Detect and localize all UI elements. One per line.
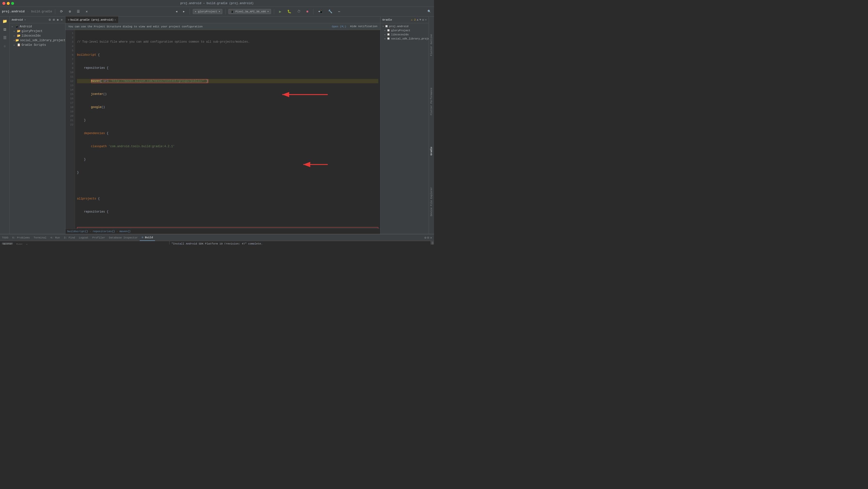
line-numbers: 1 2 3 4 5 6 7 8 9 10 11 12 13 14 — [65, 30, 75, 229]
toolbar-button-settings[interactable]: ⚙ — [67, 9, 73, 14]
toolbar-sdk-button[interactable]: 🔧 — [326, 9, 334, 14]
code-editor[interactable]: 1 2 3 4 5 6 7 8 9 10 11 12 13 14 — [65, 30, 380, 229]
tab-database-label: Database Inspector — [109, 236, 138, 239]
build-close-icon[interactable]: ✕ — [430, 236, 432, 240]
tree-item-gloryproject[interactable]: ▸ 📂 gloryProject — [10, 29, 65, 33]
right-tab-flutter-outline[interactable]: Flutter Outline — [430, 32, 433, 58]
favorites-icon[interactable]: ☆ — [1, 42, 9, 50]
tab-find[interactable]: 3: Find — [62, 234, 77, 241]
tab-find-label: 3: Find — [64, 236, 75, 239]
project-settings-icon[interactable]: ⚙ — [48, 17, 51, 22]
build-settings-icon[interactable]: ⚙ — [425, 236, 427, 240]
tab-close-button[interactable]: ✕ — [115, 19, 116, 21]
gradle-settings-icon[interactable]: ⚙ — [422, 18, 424, 22]
tab-terminal[interactable]: Terminal — [32, 234, 49, 241]
tree-item-android[interactable]: ▸ 📱 Android — [10, 24, 65, 29]
project-dropdown[interactable]: ▸ gloryProject ▾ — [193, 9, 222, 14]
gradle-item-gloryproject[interactable]: ▸ 🔲 gloryProject — [380, 28, 429, 32]
tree-item-gradle-label: Gradle Scripts — [22, 43, 46, 47]
tree-item-social-sdk[interactable]: ▸ 📂 social_sdk_library_project — [10, 38, 65, 43]
project-layout-icon[interactable]: ⊞ — [52, 17, 55, 22]
tab-run[interactable]: 4: Run — [49, 234, 62, 241]
profile-button[interactable]: ⏱ — [295, 9, 303, 14]
close-button[interactable] — [2, 2, 5, 5]
toolbar-sep-4 — [225, 9, 225, 14]
toolbar-forward-button[interactable]: ▶ — [181, 9, 187, 14]
gradle-up-arrow[interactable]: ▲ — [417, 18, 418, 22]
hide-notification-link[interactable]: Hide notification — [350, 25, 377, 28]
right-tab-flutter-perf[interactable]: Flutter Performance — [430, 86, 433, 117]
tree-item-libcocos2dx[interactable]: ▸ 📂 libcocos2dx — [10, 33, 65, 38]
tab-build[interactable]: ⚙ Build — [140, 234, 155, 241]
gradle-panel: Gradle ⚠ 2 ▲ ▼ ⚙ ✕ ▾ 🔲 proj.android ▸ 🔲 — [380, 17, 429, 234]
right-side-tab-strip: Flutter Outline Flutter Performance Grad… — [429, 17, 434, 234]
title-bar: proj.android – build.gradle (proj.androi… — [0, 0, 434, 7]
tab-todo[interactable]: TODO — [0, 234, 10, 241]
search-button[interactable]: 🔍 — [426, 9, 432, 14]
right-tab-device-file[interactable]: Device File Explorer — [430, 185, 433, 218]
device-dropdown[interactable]: 📱 Pixel_3a_API_30_x86 ▾ — [228, 9, 271, 14]
sync-close-icon[interactable]: ✕ — [26, 243, 27, 244]
tab-logcat[interactable]: Logcat — [77, 234, 91, 241]
toolbar-sep-6 — [313, 9, 313, 14]
gradle-item-libcocos[interactable]: ▸ 🔲 libcocos2dx — [380, 32, 429, 37]
scrollbar-thumb[interactable] — [432, 241, 434, 244]
gradle-panel-title: Gradle — [382, 19, 392, 21]
breadcrumb-item-3[interactable]: maven{} — [119, 230, 130, 233]
breadcrumb-bar: buildscript{} › repositories{} › maven{} — [65, 229, 380, 234]
tab-label: build.gradle (proj.android) — [70, 19, 114, 21]
toolbar-back-button[interactable]: ◀ — [174, 9, 179, 14]
window-title: proj.android – build.gradle (proj.androi… — [180, 2, 254, 5]
toolbar-button-sync[interactable]: ⟳ — [58, 9, 65, 14]
toolbar-avd-button[interactable]: 📲 — [316, 9, 324, 14]
gradle-libcocos-label: libcocos2dx — [391, 33, 409, 36]
debug-button[interactable]: 🐛 — [285, 9, 293, 14]
gradle-tree: ▾ 🔲 proj.android ▸ 🔲 gloryProject ▸ 🔲 li… — [380, 23, 429, 234]
structure-icon[interactable]: ☰ — [1, 34, 9, 42]
traffic-lights — [2, 2, 14, 5]
project-toolbar: ⚙ ⊞ ✱ ✕ — [48, 17, 63, 22]
editor-tabs: ⚙ build.gradle (proj.android) ✕ — [65, 17, 380, 23]
sync-tab-label[interactable]: Sync — [15, 242, 24, 244]
device-label: Pixel_3a_API_30_x86 — [236, 10, 266, 13]
gradle-item-social[interactable]: ▸ 🔲 social_sdk_library_project — [380, 37, 429, 41]
tree-item-gradle-scripts[interactable]: ▸ 📋 Gradle Scripts — [10, 43, 65, 47]
editor-area: ⚙ build.gradle (proj.android) ✕ You can … — [65, 17, 380, 234]
toolbar-button-menu[interactable]: ☰ — [75, 9, 82, 14]
gradle-close-icon[interactable]: ✕ — [425, 18, 427, 22]
tab-profiler[interactable]: Profiler — [90, 234, 107, 241]
breadcrumb-item-2[interactable]: repositories{} — [93, 230, 115, 233]
right-scrollbar-strip — [431, 241, 434, 244]
minimize-button[interactable] — [7, 2, 10, 5]
project-icon[interactable]: 📁 — [1, 18, 9, 25]
build-layout-icon[interactable]: ⊟ — [427, 236, 429, 240]
project-dropdown-arrow: ▾ — [219, 10, 220, 13]
toolbar-button-close[interactable]: ✕ — [84, 9, 90, 14]
project-close-icon[interactable]: ✕ — [60, 17, 63, 22]
build-tab-label[interactable]: Build — [2, 242, 13, 244]
tab-problems-label: 6: Problems — [12, 236, 30, 239]
project-panel-header: Android ▾ ⚙ ⊞ ✱ ✕ — [10, 17, 65, 23]
maximize-button[interactable] — [11, 2, 14, 5]
right-tab-gradle[interactable]: Gradle — [430, 145, 433, 157]
main-content-area: 📁 🖼 ☰ ☆ Android ▾ ⚙ ⊞ ✱ ✕ ▸ — [0, 17, 434, 244]
run-button[interactable]: ▶ — [277, 8, 283, 15]
tab-database-inspector[interactable]: Database Inspector — [107, 234, 140, 241]
editor-tab-build-gradle[interactable]: ⚙ build.gradle (proj.android) ✕ — [65, 17, 119, 23]
main-layout: 📁 🖼 ☰ ☆ Android ▾ ⚙ ⊞ ✱ ✕ ▸ — [0, 17, 434, 234]
breadcrumb-item-1[interactable]: buildscript{} — [67, 230, 88, 233]
stop-button[interactable]: ■ — [304, 9, 310, 14]
project-panel-title: Android ▾ — [11, 19, 26, 21]
toolbar-separator-1: › — [27, 10, 29, 13]
project-gear-icon[interactable]: ✱ — [56, 17, 59, 22]
open-link[interactable]: Open (⌘;) — [332, 25, 346, 28]
gradle-glory-label: gloryProject — [391, 29, 410, 32]
resource-manager-icon[interactable]: 🖼 — [1, 26, 9, 33]
gradle-item-projandroid[interactable]: ▾ 🔲 proj.android — [380, 24, 429, 28]
build-output-log: "Install Android SDK Platform 19 (revisi… — [169, 241, 431, 244]
bc-sep-1: › — [90, 230, 91, 233]
gradle-down-arrow[interactable]: ▼ — [420, 18, 421, 22]
tab-problems[interactable]: 6: Problems — [10, 234, 32, 241]
bottom-tabs: TODO 6: Problems Terminal 4: Run 3: Find… — [0, 234, 434, 241]
toolbar-more-button[interactable]: ⋯ — [336, 9, 342, 14]
